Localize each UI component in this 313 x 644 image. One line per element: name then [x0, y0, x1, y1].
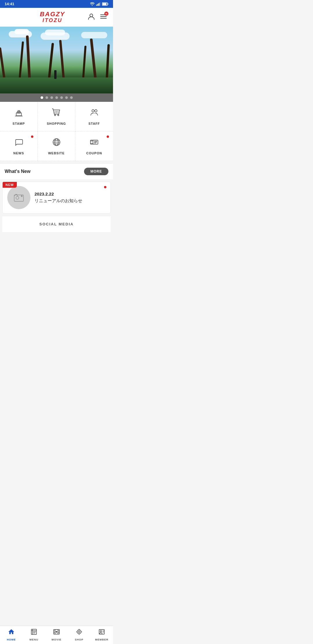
hero-banner [0, 27, 113, 93]
battery-icon [102, 2, 108, 6]
cloud-3 [81, 32, 107, 38]
carousel-dots [0, 93, 113, 102]
news-notification-dot [31, 135, 33, 138]
news-thumbnail [7, 186, 30, 209]
svg-point-17 [58, 115, 59, 116]
signal-icon [96, 2, 100, 6]
news-icon [14, 137, 24, 149]
news-title: リニューアルのお知らせ [34, 198, 106, 204]
dot-2[interactable] [46, 96, 48, 99]
website-label: WEBSITE [48, 151, 65, 155]
stamp-label: STAMP [12, 122, 25, 125]
menu-item-coupon[interactable]: COUPON [75, 131, 113, 161]
whats-new-section: What's New MORE [0, 163, 113, 179]
coupon-notification-dot [107, 135, 109, 138]
new-badge: NEW [3, 182, 17, 188]
profile-icon [88, 13, 95, 20]
logo-itozu: ITOZU [40, 18, 65, 23]
stamp-icon [14, 108, 24, 120]
news-content: 2023.2.22 リニューアルのお知らせ [34, 191, 106, 204]
social-media-label: SOCIAL MEDIA [39, 222, 74, 226]
social-media-section: SOCIAL MEDIA [2, 216, 111, 232]
shopping-icon [52, 108, 61, 120]
news-card[interactable]: NEW 2023.2.22 リニューアルのお知らせ [2, 182, 111, 214]
app-header: BAGZY ITOZU N [0, 8, 113, 27]
shopping-label: SHOPPING [47, 122, 66, 125]
svg-point-37 [16, 196, 19, 199]
svg-rect-7 [103, 3, 107, 5]
svg-point-38 [21, 196, 22, 197]
menu-button[interactable]: N [100, 13, 107, 21]
dot-6[interactable] [65, 96, 68, 99]
menu-item-news[interactable]: NEWS [0, 131, 38, 161]
svg-rect-2 [98, 3, 99, 6]
coupon-icon [89, 137, 99, 149]
cloud-2b [45, 30, 65, 35]
svg-point-8 [90, 14, 93, 17]
website-icon [52, 137, 61, 149]
svg-rect-14 [18, 111, 20, 112]
menu-grid: STAMP SHOPPING [0, 102, 113, 161]
logo-bagzy: BAGZY [40, 11, 65, 18]
hero-ground [0, 77, 113, 93]
person-silhouette [54, 70, 57, 79]
photo-icon [14, 193, 24, 202]
news-unread-dot [104, 186, 106, 188]
menu-item-shopping[interactable]: SHOPPING [38, 102, 75, 131]
dot-1[interactable] [41, 96, 43, 99]
app-logo: BAGZY ITOZU [40, 11, 65, 23]
svg-rect-6 [108, 3, 108, 5]
dot-4[interactable] [55, 96, 58, 99]
svg-rect-0 [96, 5, 97, 6]
header-actions: N [88, 13, 107, 21]
svg-rect-3 [99, 3, 99, 6]
menu-item-staff[interactable]: STAFF [75, 102, 113, 131]
profile-button[interactable] [88, 13, 95, 21]
status-time: 14:41 [5, 2, 14, 6]
dot-5[interactable] [60, 96, 63, 99]
svg-rect-1 [97, 4, 98, 6]
dot-3[interactable] [50, 96, 53, 99]
more-button[interactable]: MORE [84, 168, 108, 175]
notification-badge: N [104, 12, 108, 16]
svg-rect-4 [100, 2, 100, 6]
staff-label: STAFF [88, 122, 100, 125]
svg-point-16 [54, 115, 56, 116]
svg-point-22 [95, 110, 97, 112]
dot-7[interactable] [70, 96, 73, 99]
coupon-label: COUPON [86, 151, 102, 155]
status-bar: 14:41 [0, 0, 113, 8]
wifi-icon [90, 2, 94, 6]
menu-item-website[interactable]: WEBSITE [38, 131, 75, 161]
cloud-1b [14, 29, 29, 34]
menu-item-stamp[interactable]: STAMP [0, 102, 38, 131]
status-icons [90, 2, 108, 6]
whats-new-title: What's New [5, 169, 30, 174]
svg-point-21 [92, 110, 94, 112]
news-label: NEWS [13, 151, 24, 155]
staff-icon [89, 108, 99, 120]
news-date: 2023.2.22 [34, 191, 106, 196]
